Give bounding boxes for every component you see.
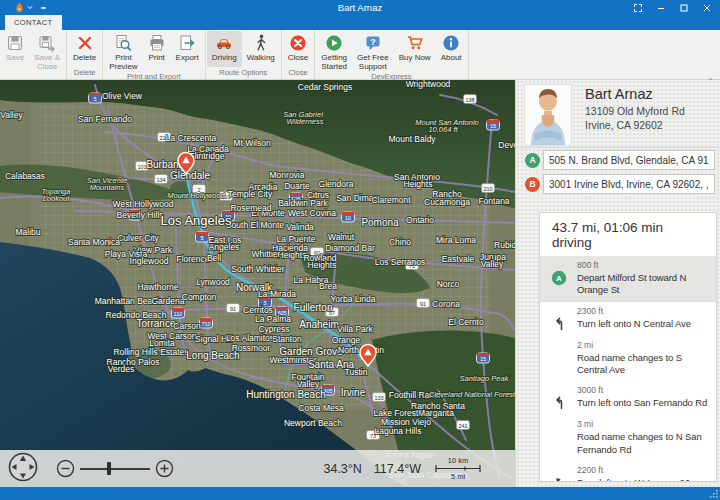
step-distance: 2 mi (577, 340, 710, 350)
turn-left-icon (540, 385, 577, 410)
fullscreen-button[interactable] (630, 1, 646, 14)
maximize-button[interactable] (676, 1, 692, 14)
map-label: South El Monte (226, 220, 284, 230)
direction-step[interactable]: A800 ftDepart Milford St toward N Orange… (540, 256, 716, 302)
map-label: Orange (332, 335, 361, 345)
direction-step[interactable]: 3000 ftTurn left onto San Fernando Rd (540, 381, 716, 415)
direction-step[interactable]: 3 miRoad name changes to N San Fernando … (540, 415, 716, 461)
svg-text:A: A (556, 274, 562, 283)
direction-step[interactable]: 2200 ftBear left onto W Avenue 26 (540, 461, 716, 482)
export-button[interactable]: Export (171, 31, 204, 71)
map-label: Walnut (328, 232, 355, 242)
window-controls (630, 0, 718, 15)
contact-photo (524, 84, 572, 146)
save-button[interactable]: Save (1, 31, 29, 71)
zoom-in-button[interactable] (155, 459, 174, 478)
highway-shield-icon: 241 (457, 421, 470, 430)
ribbon-group-close: CloseClose (282, 30, 315, 79)
scale-mi-label: 5 mi (451, 472, 465, 481)
svg-text:133: 133 (374, 395, 383, 401)
map-label: Baldwin Park (278, 198, 328, 208)
map-label: Culver City (117, 233, 159, 243)
map-label: El Cerrito (448, 317, 484, 327)
start-icon: A (540, 260, 577, 297)
zoom-slider[interactable] (80, 461, 150, 476)
interstate-shield-icon: 110 (172, 308, 185, 318)
close-circle-icon (289, 33, 307, 52)
map-label: Wilderness (286, 117, 323, 126)
map[interactable]: 5210134210140510511060510210138156071579… (0, 80, 515, 487)
about-button[interactable]: About (436, 31, 467, 71)
map-label: Lynwood (196, 277, 230, 287)
statusbar (0, 487, 720, 500)
route-end-badge: B (525, 177, 540, 192)
ribbon-button-label: Export (176, 53, 199, 62)
map-coordinates: 34.3°N 117.4°W (323, 462, 421, 476)
map-label: Cedar Springs (298, 82, 352, 92)
map-label: Inglewood (130, 256, 169, 266)
get-free-support-button[interactable]: ?Get Free Support (352, 31, 394, 71)
ribbon-group-label: Route Options (207, 67, 280, 79)
print-preview-button[interactable]: Print Preview (104, 31, 142, 71)
map-canvas: 5210134210140510511060510210138156071579… (0, 80, 515, 487)
driving-button[interactable]: Driving (207, 31, 242, 67)
zoom-slider-handle[interactable] (107, 462, 111, 475)
map-label: Irvine (341, 387, 366, 398)
map-label: Ontario (406, 215, 434, 225)
no-icon (540, 340, 577, 377)
map-label: Heights (308, 260, 337, 270)
direction-step[interactable]: 2300 ftTurn left onto N Central Ave (540, 302, 716, 336)
map-label: Rosemead (230, 203, 271, 213)
interstate-shield-icon: 710 (200, 318, 213, 328)
svg-text:?: ? (370, 36, 376, 46)
svg-text:101: 101 (137, 164, 146, 170)
directions-panel: 43.7 mi, 01:06 min driving A800 ftDepart… (539, 212, 717, 482)
quick-access-toolbar-button[interactable] (41, 7, 46, 9)
minimize-button[interactable] (653, 1, 669, 14)
contact-panel: Bart Arnaz 13109 Old Myford Rd Irvine, C… (515, 80, 720, 487)
svg-text:710: 710 (201, 321, 210, 327)
close-button[interactable]: Close (283, 31, 313, 67)
walking-button[interactable]: Walking (242, 31, 280, 67)
map-label: Temple City (228, 189, 273, 199)
map-toolbar: 34.3°N 117.4°W 10 km 5 mi (0, 450, 515, 487)
route-start-input[interactable] (543, 150, 715, 170)
map-label: Stanton (272, 334, 302, 344)
map-label: Monrovia (270, 170, 305, 180)
print-preview-icon (114, 33, 132, 52)
map-label: Mountains (90, 183, 125, 192)
svg-text:15: 15 (490, 123, 496, 129)
ribbon-button-label: Delete (73, 53, 96, 62)
contact-name: Bart Arnaz (585, 86, 653, 102)
tab-contact[interactable]: CONTACT (5, 15, 62, 30)
app-menu-button[interactable] (14, 2, 33, 13)
driving-icon (214, 33, 234, 52)
direction-step[interactable]: 2 miRoad name changes to S Central Ave (540, 336, 716, 382)
map-label: Beverly Hills (117, 210, 164, 220)
svg-text:91: 91 (420, 301, 426, 307)
buy-now-button[interactable]: Buy Now (394, 31, 436, 71)
getting-started-button[interactable]: Getting Started (316, 31, 352, 71)
ribbon-button-label: Buy Now (399, 53, 431, 62)
zoom-control (56, 459, 174, 478)
save-close-button[interactable]: Save & Close (29, 31, 65, 71)
step-distance: 2200 ft (577, 465, 710, 475)
window-title: Bart Arnaz (0, 2, 720, 13)
pan-compass-control[interactable] (6, 450, 40, 488)
ribbon-group-devexpress: Getting Started?Get Free SupportBuy NowA… (315, 30, 468, 79)
map-label: La Palma (255, 314, 291, 324)
map-label: Long Beach (186, 350, 239, 361)
zoom-out-button[interactable] (56, 459, 75, 478)
ribbon-button-label: Get Free Support (357, 53, 389, 71)
map-label: Verdes (108, 364, 134, 374)
delete-button[interactable]: Delete (68, 31, 101, 67)
map-label: Laguna Hills (375, 426, 422, 436)
map-label: Angeles (209, 242, 240, 252)
print-icon (148, 33, 166, 52)
ribbon-group-print-and-export: Print PreviewPrintExportPrint and Export (103, 30, 206, 79)
close-button[interactable] (699, 1, 715, 14)
print-button[interactable]: Print (143, 31, 171, 71)
route-end-input[interactable] (543, 174, 715, 194)
resize-grip-icon[interactable] (710, 490, 718, 498)
buy-now-icon (406, 33, 424, 52)
